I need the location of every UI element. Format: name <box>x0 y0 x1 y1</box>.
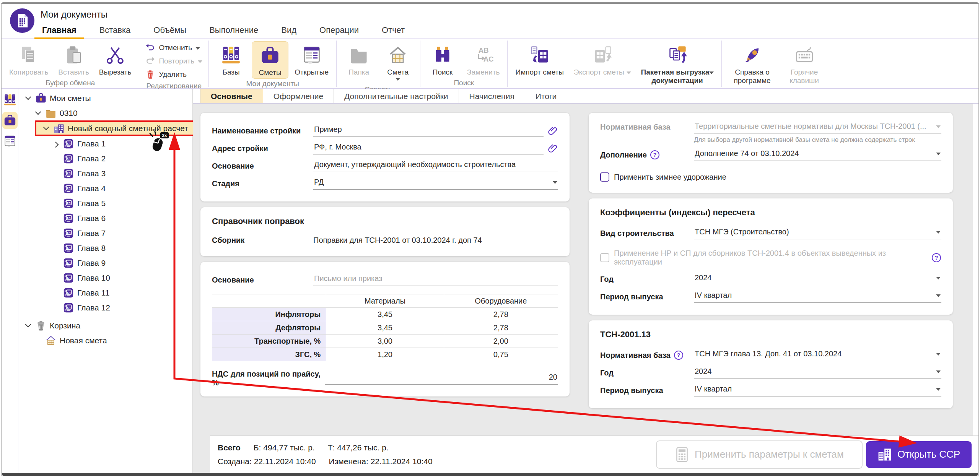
chevron-down-icon[interactable] <box>34 111 42 115</box>
tree-item-trash[interactable]: Корзина <box>18 318 192 333</box>
attach-icon[interactable] <box>548 143 558 153</box>
chevron-down-icon <box>553 181 557 186</box>
open-ssr-button[interactable]: Открыть ССР <box>866 441 972 468</box>
period-select[interactable]: IV квартал <box>694 291 941 303</box>
opened-button[interactable]: Открытые <box>291 41 332 78</box>
address-input[interactable]: РФ, г. Москва <box>313 143 544 154</box>
tree-item-chapter-5[interactable]: Глава 5 <box>18 196 192 211</box>
tree-item-my-estimates[interactable]: Мои сметы <box>18 91 192 106</box>
table-cell[interactable]: 2,78 <box>444 321 558 335</box>
total-label: Всего <box>218 443 241 452</box>
tab-oformlenie[interactable]: Оформление <box>263 89 334 103</box>
chevron-down-icon[interactable] <box>24 96 32 100</box>
import-estimate-button[interactable]: Импорт сметы <box>511 41 568 78</box>
group-search: Поиск Заменить Поиск <box>420 39 507 88</box>
estimates-button[interactable]: Сметы <box>252 41 288 79</box>
tree-item-chapter-12[interactable]: Глава 12 <box>18 300 192 315</box>
import-icon <box>530 45 550 65</box>
ribbon-tab-obyomy[interactable]: Объёмы <box>153 24 187 40</box>
tree-item-chapter-1[interactable]: Глава 1 <box>18 136 192 151</box>
tree-item-folder-0310[interactable]: 0310 <box>18 106 192 120</box>
table-cell[interactable]: 2,78 <box>444 308 558 321</box>
table-cell[interactable]: 2,00 <box>444 335 558 348</box>
group-label: Мои документы <box>213 79 332 89</box>
year-select[interactable]: 2024 <box>694 273 941 285</box>
batch-export-icon <box>667 45 687 65</box>
tree-item-chapter-3[interactable]: Глава 3 <box>18 166 192 181</box>
osnovanie-input[interactable]: Письмо или приказ <box>313 274 558 286</box>
redo-button: Повторить <box>145 56 202 66</box>
stage-select[interactable]: РД <box>313 178 558 190</box>
table-cell[interactable]: 3,45 <box>326 321 444 335</box>
table-cell[interactable]: 3,00 <box>326 335 444 348</box>
new-estimate-button[interactable]: Смета <box>379 41 416 84</box>
rail-estimates-button[interactable] <box>2 112 18 129</box>
card-normative-base: Нормативная база Территориальные сметные… <box>589 113 953 193</box>
tab-itogi[interactable]: Итоги <box>525 89 568 103</box>
tab-dop-nastroyki[interactable]: Дополнительные настройки <box>334 89 459 103</box>
chevron-down-icon[interactable] <box>24 323 32 328</box>
help-icon[interactable] <box>931 253 941 263</box>
ribbon-tab-vypolnenie[interactable]: Выполнение <box>208 24 259 40</box>
basis-input[interactable]: Документ, утверждающий необходимость стр… <box>313 160 558 172</box>
card-title: Справочник поправок <box>212 216 558 226</box>
search-button[interactable]: Поиск <box>424 41 461 78</box>
tree-item-chapter-6[interactable]: Глава 6 <box>18 211 192 226</box>
ribbon-tab-operacii[interactable]: Операции <box>319 24 360 40</box>
chevron-right-icon[interactable] <box>51 141 60 146</box>
rail-bases-button[interactable] <box>2 91 18 108</box>
table-cell[interactable]: 1,20 <box>326 348 444 361</box>
ribbon-tab-otchet[interactable]: Отчет <box>381 24 405 40</box>
tab-osnovnye[interactable]: Основные <box>200 89 263 103</box>
checkbox-disabled <box>600 253 609 262</box>
tree-item-chapter-9[interactable]: Глава 9 <box>18 255 192 270</box>
export-icon <box>593 45 612 65</box>
group-editing: Отменить Повторить Удалить Редактировани… <box>139 39 208 88</box>
tree-item-chapter-8[interactable]: Глава 8 <box>18 240 192 255</box>
tsn-period-select[interactable]: IV квартал <box>694 385 941 396</box>
about-button[interactable]: Справка о программе <box>726 41 779 86</box>
column-header: Оборудование <box>444 294 558 308</box>
attach-icon[interactable] <box>548 126 558 136</box>
checkbox-unchecked[interactable] <box>600 172 609 182</box>
bases-button[interactable]: Базы <box>213 41 249 78</box>
tab-nachisleniya[interactable]: Начисления <box>459 89 525 103</box>
cut-button[interactable]: Вырезать <box>95 41 135 78</box>
scrollbar-gutter[interactable] <box>973 104 978 473</box>
group-help: Справка о программе Горячие клавиши Помо… <box>722 39 831 88</box>
tree-item-chapter-7[interactable]: Глава 7 <box>18 226 192 240</box>
tree-item-chapter-11[interactable]: Глава 11 <box>18 285 192 300</box>
row-header: Транспортные, % <box>212 335 326 348</box>
table-cell[interactable]: 0,75 <box>444 348 558 361</box>
undo-button[interactable]: Отменить <box>145 43 202 53</box>
delete-button[interactable]: Удалить <box>145 70 202 80</box>
supplement-select[interactable]: Дополнение 74 от 03.10.2024 <box>694 149 941 161</box>
footer-bar: Всего Б: 494,77 тыс. р. Т: 447,26 тыс. р… <box>210 435 978 473</box>
chevron-down-icon <box>627 71 631 76</box>
build-name-input[interactable]: Пример <box>313 125 544 137</box>
chevron-down-icon[interactable] <box>42 126 50 130</box>
help-icon[interactable] <box>674 350 684 360</box>
sbornik-value: Поправки для ТСН-2001 от 03.10.2024 г. д… <box>313 236 558 245</box>
ribbon-tab-glavnaya[interactable]: Главная <box>41 24 77 40</box>
tree-item-new-estimate[interactable]: Новая смета <box>18 333 192 348</box>
tree-item-chapter-2[interactable]: Глава 2 <box>18 151 192 166</box>
card-recalc-indices: Коэффициенты (индексы) пересчета Вид стр… <box>589 198 953 315</box>
ribbon-tab-vid[interactable]: Вид <box>280 24 297 40</box>
nds-input[interactable]: 20 <box>325 373 558 385</box>
rail-opened-button[interactable] <box>2 133 18 149</box>
winter-checkbox-row[interactable]: Применить зимнее удорожание <box>600 171 941 184</box>
help-icon[interactable] <box>650 150 660 160</box>
copy-button: Копировать <box>5 41 52 78</box>
batch-export-button[interactable]: Пакетная выгрузка документации <box>637 41 718 86</box>
table-cell[interactable]: 3,45 <box>326 308 444 321</box>
ribbon-tab-vstavka[interactable]: Вставка <box>98 24 131 40</box>
construction-type-select[interactable]: ТСН МГЭ (Строительство) <box>694 227 941 239</box>
field-label: Год <box>600 369 694 377</box>
trash-red-icon <box>145 70 155 80</box>
tsn-year-select[interactable]: 2024 <box>694 367 941 379</box>
tree-item-chapter-10[interactable]: Глава 10 <box>18 270 192 285</box>
tree-item-chapter-4[interactable]: Глава 4 <box>18 181 192 196</box>
tsn-base-select[interactable]: ТСН МГЭ глава 13. Доп. 41 от 03.10.2024 <box>694 349 941 361</box>
tree-item-summary-estimate-selected[interactable]: Новый сводный сметный расчет <box>35 120 194 136</box>
